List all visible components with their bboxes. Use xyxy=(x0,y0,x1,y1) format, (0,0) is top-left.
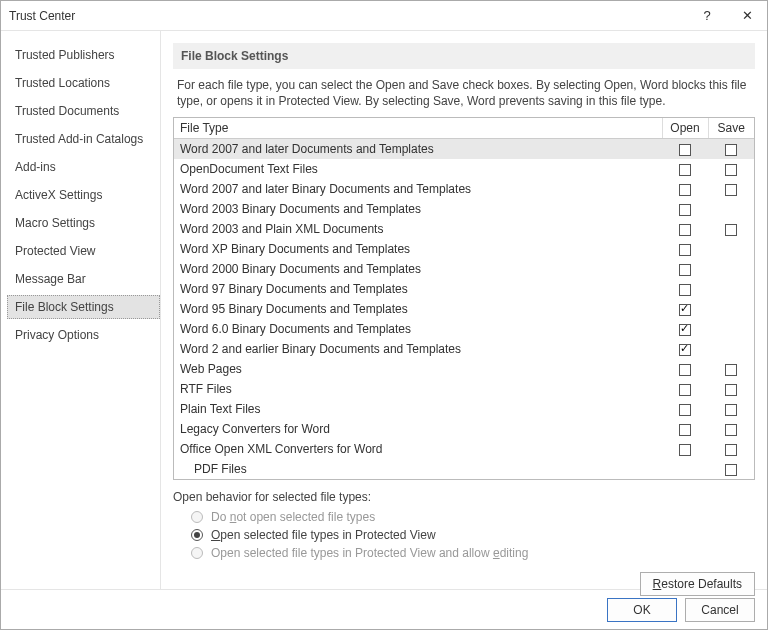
save-cell xyxy=(708,219,754,239)
cancel-button[interactable]: Cancel xyxy=(685,598,755,622)
filetype-label: Word 6.0 Binary Documents and Templates xyxy=(174,319,662,339)
table-row[interactable]: Word 6.0 Binary Documents and Templates xyxy=(174,319,754,339)
table-row[interactable]: Word XP Binary Documents and Templates xyxy=(174,239,754,259)
save-checkbox[interactable] xyxy=(725,184,737,196)
sidebar-item-file-block-settings[interactable]: File Block Settings xyxy=(7,295,160,319)
filetype-label: Word 95 Binary Documents and Templates xyxy=(174,299,662,319)
open-checkbox[interactable] xyxy=(679,244,691,256)
filetype-label: Word 2007 and later Documents and Templa… xyxy=(174,139,662,160)
save-cell xyxy=(708,419,754,439)
open-cell xyxy=(662,379,708,399)
col-header-filetype[interactable]: File Type xyxy=(174,118,662,139)
table-row[interactable]: Web Pages xyxy=(174,359,754,379)
help-button[interactable]: ? xyxy=(687,1,727,31)
open-behavior-option: Do not open selected file types xyxy=(173,508,755,526)
filetype-label: Word 2 and earlier Binary Documents and … xyxy=(174,339,662,359)
sidebar-item-trusted-publishers[interactable]: Trusted Publishers xyxy=(7,43,160,67)
table-row[interactable]: Plain Text Files xyxy=(174,399,754,419)
table-row[interactable]: Legacy Converters for Word xyxy=(174,419,754,439)
open-checkbox[interactable] xyxy=(679,344,691,356)
save-checkbox[interactable] xyxy=(725,144,737,156)
table-row[interactable]: Word 97 Binary Documents and Templates xyxy=(174,279,754,299)
radio-icon xyxy=(191,547,203,559)
save-cell xyxy=(708,379,754,399)
open-checkbox[interactable] xyxy=(679,284,691,296)
save-checkbox[interactable] xyxy=(725,464,737,476)
open-cell xyxy=(662,179,708,199)
open-checkbox[interactable] xyxy=(679,164,691,176)
open-cell xyxy=(662,259,708,279)
sidebar-item-trusted-documents[interactable]: Trusted Documents xyxy=(7,99,160,123)
open-behavior-option: Open selected file types in Protected Vi… xyxy=(173,544,755,562)
sidebar: Trusted PublishersTrusted LocationsTrust… xyxy=(1,31,161,589)
sidebar-item-activex-settings[interactable]: ActiveX Settings xyxy=(7,183,160,207)
open-checkbox[interactable] xyxy=(679,184,691,196)
sidebar-item-privacy-options[interactable]: Privacy Options xyxy=(7,323,160,347)
table-row[interactable]: Word 2003 and Plain XML Documents xyxy=(174,219,754,239)
save-cell xyxy=(708,259,754,279)
save-checkbox[interactable] xyxy=(725,424,737,436)
save-cell xyxy=(708,399,754,419)
col-header-open[interactable]: Open xyxy=(662,118,708,139)
sidebar-item-macro-settings[interactable]: Macro Settings xyxy=(7,211,160,235)
open-checkbox[interactable] xyxy=(679,384,691,396)
sidebar-item-trusted-locations[interactable]: Trusted Locations xyxy=(7,71,160,95)
save-checkbox[interactable] xyxy=(725,364,737,376)
open-checkbox[interactable] xyxy=(679,324,691,336)
table-row[interactable]: OpenDocument Text Files xyxy=(174,159,754,179)
filetype-label: OpenDocument Text Files xyxy=(174,159,662,179)
ok-button[interactable]: OK xyxy=(607,598,677,622)
radio-label: Do not open selected file types xyxy=(211,510,375,524)
close-button[interactable]: ✕ xyxy=(727,1,767,31)
open-behavior-option[interactable]: Open selected file types in Protected Vi… xyxy=(173,526,755,544)
save-checkbox[interactable] xyxy=(725,164,737,176)
save-cell xyxy=(708,339,754,359)
table-row[interactable]: Word 2003 Binary Documents and Templates xyxy=(174,199,754,219)
main-panel: File Block Settings For each file type, … xyxy=(161,31,767,589)
open-checkbox[interactable] xyxy=(679,224,691,236)
open-cell xyxy=(662,419,708,439)
filetype-label: Web Pages xyxy=(174,359,662,379)
sidebar-item-protected-view[interactable]: Protected View xyxy=(7,239,160,263)
open-cell xyxy=(662,399,708,419)
open-checkbox[interactable] xyxy=(679,444,691,456)
table-row[interactable]: Word 2 and earlier Binary Documents and … xyxy=(174,339,754,359)
save-checkbox[interactable] xyxy=(725,404,737,416)
filetype-label: Word 2007 and later Binary Documents and… xyxy=(174,179,662,199)
table-row[interactable]: Office Open XML Converters for Word xyxy=(174,439,754,459)
open-checkbox[interactable] xyxy=(679,204,691,216)
col-header-save[interactable]: Save xyxy=(708,118,754,139)
filetype-label: Plain Text Files xyxy=(174,399,662,419)
open-cell xyxy=(662,459,708,479)
restore-defaults-button[interactable]: Restore Defaults xyxy=(640,572,755,596)
open-checkbox[interactable] xyxy=(679,144,691,156)
open-checkbox[interactable] xyxy=(679,364,691,376)
sidebar-item-add-ins[interactable]: Add-ins xyxy=(7,155,160,179)
open-checkbox[interactable] xyxy=(679,404,691,416)
sidebar-item-trusted-add-in-catalogs[interactable]: Trusted Add-in Catalogs xyxy=(7,127,160,151)
table-row[interactable]: Word 2000 Binary Documents and Templates xyxy=(174,259,754,279)
save-cell xyxy=(708,179,754,199)
filetype-label: Word 2003 Binary Documents and Templates xyxy=(174,199,662,219)
open-checkbox[interactable] xyxy=(679,304,691,316)
save-checkbox[interactable] xyxy=(725,384,737,396)
open-cell xyxy=(662,339,708,359)
save-cell xyxy=(708,239,754,259)
filetype-label: Office Open XML Converters for Word xyxy=(174,439,662,459)
table-row[interactable]: Word 95 Binary Documents and Templates xyxy=(174,299,754,319)
save-checkbox[interactable] xyxy=(725,224,737,236)
table-row[interactable]: RTF Files xyxy=(174,379,754,399)
save-cell xyxy=(708,199,754,219)
table-row[interactable]: PDF Files xyxy=(174,459,754,479)
filetype-label: RTF Files xyxy=(174,379,662,399)
open-checkbox[interactable] xyxy=(679,264,691,276)
open-checkbox[interactable] xyxy=(679,424,691,436)
section-description: For each file type, you can select the O… xyxy=(173,77,755,117)
table-row[interactable]: Word 2007 and later Binary Documents and… xyxy=(174,179,754,199)
file-type-table: File Type Open Save Word 2007 and later … xyxy=(173,117,755,480)
table-row[interactable]: Word 2007 and later Documents and Templa… xyxy=(174,139,754,160)
sidebar-item-message-bar[interactable]: Message Bar xyxy=(7,267,160,291)
radio-icon[interactable] xyxy=(191,529,203,541)
open-cell xyxy=(662,299,708,319)
save-checkbox[interactable] xyxy=(725,444,737,456)
